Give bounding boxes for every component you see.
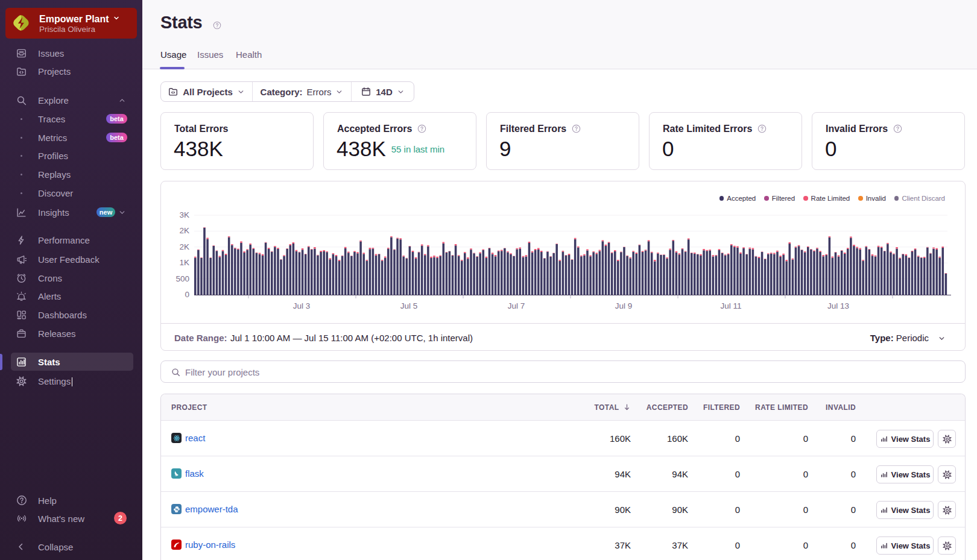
svg-text:3K: 3K	[179, 210, 189, 219]
svg-text:2K: 2K	[179, 226, 189, 235]
svg-text:Jul 11: Jul 11	[720, 301, 741, 310]
svg-text:Jul 7: Jul 7	[508, 301, 525, 310]
svg-text:2K: 2K	[179, 242, 189, 251]
svg-text:Jul 5: Jul 5	[400, 301, 418, 310]
svg-text:Jul 13: Jul 13	[827, 301, 849, 310]
svg-text:0: 0	[185, 290, 189, 299]
svg-text:1K: 1K	[179, 258, 189, 267]
svg-text:Jul 3: Jul 3	[293, 301, 311, 310]
svg-text:Jul 9: Jul 9	[615, 301, 633, 310]
svg-text:500: 500	[175, 274, 189, 283]
